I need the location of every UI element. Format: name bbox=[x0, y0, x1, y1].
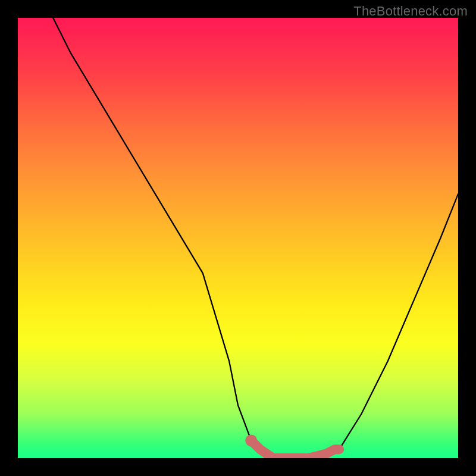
bottleneck-curve bbox=[53, 18, 458, 458]
chart-svg bbox=[18, 18, 458, 458]
highlight-dot bbox=[245, 434, 257, 446]
highlight-segment bbox=[251, 440, 339, 458]
watermark-text: TheBottleneck.com bbox=[353, 4, 468, 19]
chart-container: TheBottleneck.com bbox=[0, 0, 476, 476]
plot-area bbox=[18, 18, 458, 458]
